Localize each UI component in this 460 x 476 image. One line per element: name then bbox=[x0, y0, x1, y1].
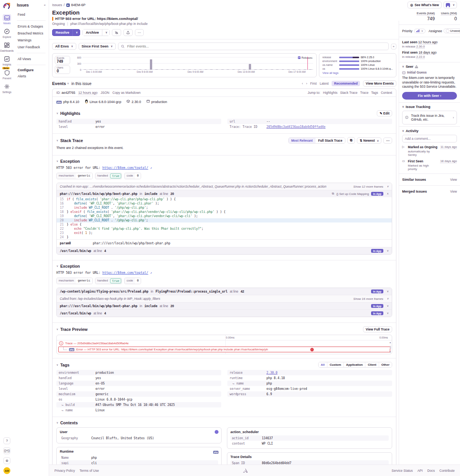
account-menu-button[interactable]: ∨ bbox=[444, 2, 457, 8]
event-chip-environment[interactable]: production bbox=[146, 100, 167, 104]
sidebar-item-errors-outages[interactable]: Errors & Outages bbox=[17, 23, 46, 30]
highlights-chevron-icon[interactable]: ∨ bbox=[56, 112, 58, 115]
trace-preview-chevron-icon[interactable]: ∨ bbox=[56, 328, 58, 331]
sidebar-item-feed[interactable]: Feed bbox=[17, 11, 46, 18]
expand-frame-icon[interactable]: ∨ bbox=[387, 249, 389, 252]
stack-frame[interactable]: /wp-content/plugins/flying-press/src/Pre… bbox=[57, 288, 392, 295]
rail-item-settings[interactable]: Settings bbox=[1, 83, 13, 93]
events-bar-chart[interactable]: ✓ Releases 0300600 Dec 1 6:00 AMDec 5 6:… bbox=[73, 57, 314, 74]
tag-filter-application[interactable]: Application bbox=[343, 362, 365, 367]
expand-frame-icon[interactable]: ∨ bbox=[387, 304, 389, 308]
footer-link-contribute[interactable]: Contribute bbox=[439, 469, 455, 473]
archive-dropdown-button[interactable]: ∨ bbox=[102, 29, 110, 36]
event-chip-linux[interactable]: Linux 6.8.0-1044-gcp bbox=[85, 99, 122, 104]
first-event-link[interactable]: First bbox=[310, 82, 317, 85]
collapse-panel-button[interactable]: » bbox=[391, 44, 396, 49]
sentry-logo[interactable] bbox=[3, 2, 11, 10]
view-all-tags-link[interactable]: View all tags bbox=[322, 71, 393, 75]
footer-link-terms-of-use[interactable]: Terms of Use bbox=[79, 469, 99, 473]
copy-markdown-link[interactable]: Copy as Markdown bbox=[112, 91, 141, 95]
collapsed-frame[interactable]: /usr/local/bin/wp at line 4 In App∨ bbox=[57, 247, 392, 254]
code-mapping-link[interactable]: {} Set up Code Mapping bbox=[336, 192, 369, 196]
event-id-value[interactable]: ae42f765 bbox=[61, 91, 75, 95]
kv-value-link[interactable]: 2.30.0 bbox=[266, 371, 278, 375]
date-range-filter[interactable]: Since First Seen∨ bbox=[79, 43, 116, 50]
last-seen-release-link[interactable]: 2.30.0 bbox=[416, 45, 425, 48]
events-count-box[interactable]: Events 749 bbox=[55, 56, 70, 64]
tag-filter-all[interactable]: All bbox=[319, 362, 327, 367]
called-from-frame[interactable]: Called from: /wp-includes/class-wp-hook.… bbox=[57, 295, 392, 302]
activity-chevron-icon[interactable]: ∨ bbox=[402, 129, 404, 132]
exception-1-url-link[interactable]: https://84em.com/toptal/ bbox=[102, 166, 148, 170]
tag-distribution-row[interactable]: os.name100% Linux bbox=[322, 64, 393, 66]
rail-item-explore[interactable]: Explore bbox=[1, 28, 13, 38]
first-seen-release-link[interactable]: 2.22.0 bbox=[416, 55, 425, 59]
upsell-icon[interactable]: ⊕ bbox=[3, 457, 10, 464]
trace-error-row[interactable]: php Error — HTTP 503 error for URL: http… bbox=[58, 347, 390, 352]
exception-2-chevron-icon[interactable]: ∨ bbox=[56, 265, 58, 268]
tag-distribution-row[interactable]: os100% Linux 6.8.0-1044-g... bbox=[322, 67, 393, 70]
tags-chevron-icon[interactable]: ∨ bbox=[56, 363, 58, 366]
rail-item-insights[interactable]: Insights bbox=[1, 56, 13, 66]
event-chip-release[interactable]: 2.30.0 bbox=[127, 100, 141, 104]
archive-button[interactable]: Archive bbox=[82, 29, 102, 36]
expanded-frame-header[interactable]: phar:///usr/local/bin/wp/php/boot-phar.p… bbox=[57, 190, 392, 197]
collapse-frame-icon[interactable]: ∧ bbox=[387, 192, 389, 195]
sidebar-item-user-feedback[interactable]: User Feedback bbox=[17, 44, 46, 51]
merged-issues-view-button[interactable]: View bbox=[450, 190, 457, 193]
rail-item-dashboards[interactable]: Dashboards bbox=[1, 42, 13, 52]
help-icon[interactable]: ? bbox=[3, 437, 10, 444]
environment-filter[interactable]: All Envs∨ bbox=[52, 43, 76, 50]
mute-button[interactable] bbox=[112, 29, 121, 36]
footer-link-api[interactable]: API bbox=[417, 469, 423, 473]
search-input[interactable] bbox=[127, 44, 386, 49]
next-event-button[interactable]: › bbox=[306, 82, 307, 85]
view-more-events-button[interactable]: View More Events bbox=[363, 80, 396, 87]
jump-link-stack-trace[interactable]: Stack Trace bbox=[340, 91, 357, 95]
tag-distribution-row[interactable]: release68% 2.25.0 bbox=[322, 56, 393, 59]
show-more-frames-link[interactable]: Show 12 more frames bbox=[353, 185, 383, 188]
tag-filter-other[interactable]: Other bbox=[379, 362, 392, 367]
sidebar-item-alerts[interactable]: Alerts bbox=[17, 73, 46, 80]
event-age[interactable]: 12 hours ago bbox=[78, 91, 97, 95]
similar-issues-view-button[interactable]: View bbox=[450, 178, 457, 182]
sidebar-item-breached-metrics[interactable]: Breached Metrics bbox=[17, 30, 46, 37]
expand-frame-icon[interactable]: ∨ bbox=[387, 312, 389, 315]
trace-root-row[interactable]: 1 Trace — 205d9d8bc3ad4156aa18ab4d50ffad… bbox=[57, 340, 392, 346]
rail-item-prevent[interactable]: BetaPrevent bbox=[1, 69, 13, 80]
footer-link-service-status[interactable]: Service Status bbox=[391, 469, 412, 473]
footer-link-docs[interactable]: Docs bbox=[427, 469, 435, 473]
stack-frame[interactable]: /usr/local/bin/wpat line4In App∨ bbox=[57, 309, 392, 317]
sort-newest-dropdown[interactable]: ⇅ Newest ∨ bbox=[357, 137, 381, 144]
contexts-chevron-icon[interactable]: ∨ bbox=[56, 421, 58, 424]
last-seen-value[interactable]: 12 hours ago bbox=[418, 40, 437, 44]
issue-tracking-card[interactable]: Track this issue in Jira, GitHub, etc. › bbox=[402, 111, 457, 124]
recommended-pill[interactable]: Recommended bbox=[332, 81, 360, 86]
trace-scrollbar[interactable]: ▲▼ bbox=[389, 341, 391, 353]
jump-link-highlights[interactable]: Highlights bbox=[323, 91, 337, 95]
jump-link-trace[interactable]: Trace bbox=[360, 91, 369, 95]
stack-trace-copy-button[interactable]: ⧉ bbox=[347, 137, 355, 144]
latest-event-link[interactable]: Latest bbox=[320, 82, 329, 85]
view-full-trace-button[interactable]: View Full Trace bbox=[363, 326, 392, 332]
more-actions-button[interactable]: ⋯ bbox=[135, 29, 144, 36]
full-stack-trace-toggle[interactable]: Full Stack Trace bbox=[315, 138, 345, 143]
fix-with-seer-button[interactable]: Fix with Seer › bbox=[402, 92, 457, 100]
sidebar-item-warnings[interactable]: Warnings bbox=[17, 37, 46, 44]
copy-frame-icon[interactable]: ⧉ bbox=[332, 192, 334, 196]
event-chip-php[interactable]: phpphp 8.4.10 bbox=[56, 100, 79, 104]
seer-chevron-icon[interactable]: ∨ bbox=[402, 65, 404, 68]
show-more-frames-link[interactable]: Show 16 more frames bbox=[353, 297, 383, 301]
footer-link-privacy-policy[interactable]: Privacy Policy bbox=[54, 469, 75, 473]
kv-value-link[interactable]: 205d9d8bc3ad4156aa18ab4d50ffad4e bbox=[266, 125, 325, 129]
prev-event-button[interactable]: ‹ bbox=[302, 82, 303, 85]
issue-tracking-chevron-icon[interactable]: ∨ bbox=[402, 105, 404, 108]
edit-highlights-button[interactable]: ✎ Edit bbox=[377, 110, 392, 116]
stack-trace-more-button[interactable]: ⋯ bbox=[383, 137, 392, 144]
first-seen-value[interactable]: 18 days ago bbox=[419, 51, 437, 54]
priority-dropdown[interactable]: ∨ bbox=[414, 29, 426, 33]
users-count-box[interactable]: Users 0 bbox=[55, 65, 70, 74]
exception-2-url-link[interactable]: https://84em.com/toptal/ bbox=[102, 271, 148, 275]
tag-distribution-row[interactable]: environment100% production bbox=[322, 60, 393, 62]
resolve-button[interactable]: Resolve bbox=[52, 29, 72, 36]
